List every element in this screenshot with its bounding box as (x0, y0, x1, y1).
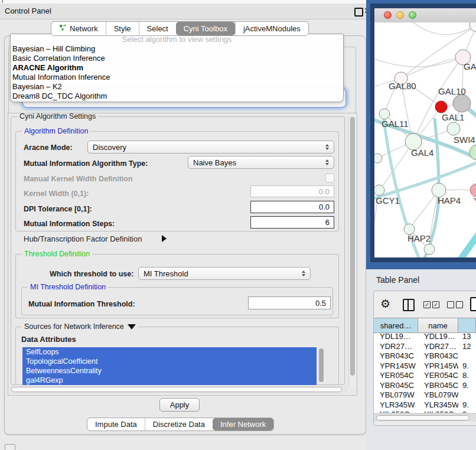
table-cell (458, 390, 476, 400)
tab-select[interactable]: Select (139, 22, 176, 35)
attribute-item-gal4rgexp[interactable]: gal4RGexp (22, 376, 317, 385)
tab-cyni-toolbox-label: Cyni Toolbox (184, 24, 227, 33)
table-cell: YDR27… (374, 342, 418, 352)
unchecked-pair-icon[interactable] (447, 301, 463, 308)
attribute-item-betweennesscentrality[interactable]: BetweennessCentrality (22, 366, 317, 376)
table-row[interactable]: YLR345WYLR345W9. (374, 400, 476, 410)
table-cell: YPR145W (374, 361, 418, 371)
mi-algorithm-type-combobox[interactable]: Naive Bayes (188, 156, 334, 169)
node-label-gal4: GAL4 (411, 148, 433, 158)
column-header-2[interactable] (458, 318, 476, 332)
cyni-algorithm-settings-title: Cyni Algorithm Settings (17, 112, 98, 120)
gear-icon[interactable]: ⚙ (380, 298, 390, 311)
data-attributes-list[interactable]: SelfLoopsTopologicalCoefficientBetweenne… (22, 347, 317, 385)
close-traffic-light-icon[interactable] (384, 11, 392, 19)
node-label-hap2: HAP2 (407, 233, 431, 243)
tab-jactivemnodules-label: jActiveMNodules (243, 24, 301, 33)
attribute-item-topologicalcoefficient[interactable]: TopologicalCoefficient (22, 357, 317, 366)
which-threshold-label: Which threshold to use: (50, 270, 133, 278)
tab-discretize-data-label: Discretize Data (153, 420, 205, 429)
tab-impute-data[interactable]: Impute Data (87, 418, 145, 431)
combobox-stepper-icon (325, 144, 329, 150)
control-panel-titlebar: Control Panel ✕ (0, 4, 366, 19)
apply-button[interactable]: Apply (159, 398, 200, 412)
column-header-name[interactable]: name (418, 318, 458, 332)
dpi-tolerance-field[interactable]: 0.0 (250, 201, 334, 213)
zoom-traffic-light-icon[interactable] (409, 11, 416, 19)
top-tab-bar: NetworkStyleSelectCyni ToolboxjActiveMNo… (51, 21, 309, 36)
table-cell: YPR145W (418, 361, 458, 371)
network-node-gal11[interactable] (379, 109, 390, 119)
network-canvas[interactable]: GALGAL80GAL10GAL11GAL1GAL4SWI4GCY1HAP4YH… (374, 22, 476, 257)
table-row[interactable]: YPR145WYPR145W9. (374, 361, 476, 371)
sources-group-title-row[interactable]: Sources for Network Inference (22, 322, 138, 331)
document-icon[interactable] (470, 297, 476, 311)
table-row[interactable]: YBL079WYBL079W (374, 390, 476, 400)
aracne-mode-value: Discovery (93, 143, 325, 152)
network-node[interactable] (424, 244, 435, 255)
algorithm-option-bayesian-k2[interactable]: Bayesian – K2 (11, 82, 343, 92)
table-row[interactable]: YBR043CYBR043C (374, 351, 476, 361)
attribute-item-selfloops[interactable]: SelfLoops (22, 347, 317, 357)
table-cell: YER054C (418, 371, 458, 381)
tab-infer-network[interactable]: Infer Network (213, 418, 273, 431)
table-row[interactable]: YBR045CYBR045C9. (374, 381, 476, 391)
manual-kernel-width-checkbox[interactable] (325, 174, 334, 182)
tab-style[interactable]: Style (106, 22, 139, 35)
algorithm-dropdown-popup: Select algorithm to view settings Bayesi… (10, 34, 344, 102)
combobox-stepper-icon (325, 159, 329, 165)
mi-steps-field[interactable]: 6 (250, 216, 334, 229)
dpi-tolerance-label: DPI Tolerance [0,1]: (24, 205, 92, 213)
table-cell: YBR043C (374, 351, 418, 361)
minimize-traffic-light-icon[interactable] (396, 11, 404, 19)
table-row[interactable]: YDR27…YDR27…12 (374, 342, 476, 352)
algorithm-option-bayesian-hill-climbing[interactable]: Bayesian – Hill Climbing (11, 44, 343, 54)
float-window-icon[interactable] (354, 8, 363, 17)
network-node-y[interactable] (470, 184, 476, 197)
network-node-gcy1[interactable] (374, 185, 384, 195)
hub-definition-toggle[interactable]: Hub/Transcription Factor Definition (24, 234, 142, 243)
table-cell: YLR345W (418, 400, 458, 410)
algorithm-option-aracne-algorithm[interactable]: ARACNE Algorithm (11, 63, 343, 73)
table-row[interactable]: YER054CYER054C8. (374, 371, 476, 381)
aracne-mode-combobox[interactable]: Discovery (87, 141, 334, 154)
settings-vertical-scrollbar[interactable] (348, 114, 356, 387)
tab-cyni-toolbox[interactable]: Cyni Toolbox (176, 22, 235, 35)
table-row[interactable]: YIL052CYIL052C9 (374, 410, 476, 413)
network-node-gal10[interactable] (453, 94, 471, 112)
table-cell: YBL079W (374, 390, 418, 400)
column-header-shared[interactable]: shared… (374, 318, 418, 332)
partial-widget (5, 444, 15, 450)
table-panel-title: Table Panel (376, 275, 419, 285)
network-node-gal1[interactable] (447, 122, 460, 135)
combobox-stepper-icon (302, 270, 305, 276)
algorithm-option-mutual-information-inference[interactable]: Mutual Information Inference (11, 73, 343, 82)
table-cell: YBR045C (374, 381, 418, 391)
which-threshold-combobox[interactable]: MI Threshold (138, 267, 311, 280)
table-horizontal-scrollbar[interactable] (374, 413, 476, 422)
attributes-list-scrollbar[interactable] (318, 347, 324, 384)
network-node-swi4[interactable] (470, 145, 476, 160)
collapsed-arrow-icon[interactable] (162, 235, 167, 242)
network-node[interactable] (435, 101, 447, 113)
settings-horizontal-scrollbar[interactable] (9, 386, 347, 393)
node-label-gal: GAL (464, 61, 476, 71)
table-cell (458, 351, 476, 361)
table-cell: YDL19… (374, 332, 418, 342)
tab-jactivemnodules[interactable]: jActiveMNodules (235, 22, 308, 35)
checked-pair-icon[interactable]: ✓✓ (423, 301, 439, 308)
algorithm-option-dream8-dc-tdc-algorithm[interactable]: Dream8 DC_TDC Algorithm (11, 92, 343, 101)
expanded-arrow-icon[interactable] (128, 324, 136, 330)
threshold-definition-title: Threshold Definition (22, 250, 92, 258)
network-node[interactable] (374, 154, 382, 163)
columns-icon[interactable] (403, 299, 415, 311)
tab-discretize-data[interactable]: Discretize Data (145, 418, 213, 431)
algorithm-option-basic-correlation-inference[interactable]: Basic Correlation Inference (11, 54, 343, 63)
mi-threshold-field[interactable]: 0.5 (248, 296, 331, 309)
tab-network[interactable]: Network (51, 22, 106, 35)
node-label-gal80: GAL80 (389, 81, 416, 91)
table-row[interactable]: YDL19…YDL19…13 (374, 332, 476, 342)
network-node[interactable] (470, 22, 476, 32)
kernel-width-field[interactable]: 0.0 (250, 185, 334, 197)
network-window-titlebar[interactable] (374, 8, 476, 23)
